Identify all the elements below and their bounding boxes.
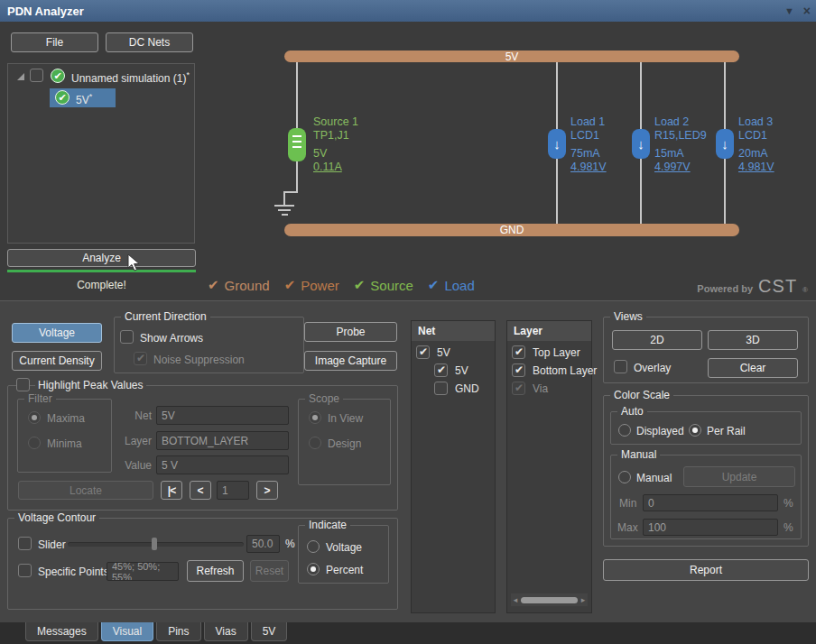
pdn-analyzer-window: PDN Analyzer ▼ × File DC Nets ✔ Unnamed … <box>0 0 816 644</box>
manual-radio[interactable] <box>618 471 631 483</box>
load2-icon[interactable]: ↓ <box>632 129 650 159</box>
scroll-right-icon[interactable]: ▸ <box>579 595 588 604</box>
title-bar: PDN Analyzer ▼ × <box>0 0 816 22</box>
minima-radio <box>28 437 41 449</box>
top-layer-label: Top Layer <box>533 346 580 359</box>
view-3d-button[interactable]: 3D <box>708 330 798 350</box>
maxima-label: Maxima <box>47 412 85 425</box>
refresh-button[interactable]: Refresh <box>187 560 244 582</box>
current-density-mode-button[interactable]: Current Density <box>12 351 102 371</box>
tab-pins[interactable]: Pins <box>156 622 200 641</box>
min-unit-label: % <box>784 497 793 510</box>
net-node-label[interactable]: 5V* <box>76 92 92 106</box>
analyze-button[interactable]: Analyze <box>7 249 196 267</box>
tab-5v[interactable]: 5V <box>251 622 288 641</box>
noise-suppression-label: Noise Suppression <box>153 354 245 366</box>
clear-button[interactable]: Clear <box>708 358 798 378</box>
displayed-label: Displayed <box>636 425 684 437</box>
close-icon[interactable]: × <box>803 4 811 18</box>
tree-expander-icon[interactable] <box>17 73 24 80</box>
load2-info[interactable]: Load 2 R15,LED9 15mA 4.997V <box>654 115 707 174</box>
indicate-percent-radio[interactable] <box>307 563 320 575</box>
specific-points-checkbox[interactable] <box>18 564 32 577</box>
indicate-percent-label: Percent <box>326 564 363 576</box>
indicate-voltage-radio[interactable] <box>307 540 320 553</box>
simulation-tree: ✔ Unnamed simulation (1)* ✔ 5V* <box>7 63 195 244</box>
scroll-left-icon[interactable]: ◂ <box>511 595 520 604</box>
net-5v-child-checkbox[interactable] <box>434 363 448 377</box>
net-gnd-checkbox[interactable] <box>434 382 448 395</box>
in-view-radio <box>309 411 321 424</box>
layer-field: BOTTOM_LAYER <box>156 431 289 450</box>
filter-group: Filter <box>17 399 112 473</box>
layer-panel-scrollbar[interactable]: ◂ ▸ <box>511 593 588 606</box>
min-label: Min <box>619 497 636 510</box>
slider-label: Slider <box>38 538 66 551</box>
power-rail[interactable]: 5V <box>284 51 739 62</box>
locate-button: Locate <box>18 481 153 500</box>
dc-nets-button[interactable]: DC Nets <box>106 32 193 52</box>
legend-load: ✔Load <box>428 277 475 293</box>
file-button[interactable]: File <box>11 32 98 52</box>
net-node-status-icon: ✔ <box>55 90 70 105</box>
highlight-peak-values-label: Highlight Peak Values <box>35 379 146 391</box>
min-field: 0 <box>643 494 778 511</box>
noise-suppression-checkbox <box>134 352 147 365</box>
net-5v-checkbox[interactable] <box>416 345 430 359</box>
view-2d-button[interactable]: 2D <box>612 330 702 350</box>
via-checkbox <box>512 382 525 395</box>
bottom-layer-checkbox[interactable] <box>512 363 525 377</box>
image-capture-button[interactable]: Image Capture <box>304 351 397 371</box>
slider-value-field: 50.0 <box>246 535 280 553</box>
contour-slider-handle[interactable] <box>152 538 157 550</box>
specific-points-label: Specific Points <box>38 566 109 578</box>
nav-first-button[interactable]: |< <box>161 481 182 500</box>
source-icon[interactable] <box>288 128 306 161</box>
load1-icon[interactable]: ↓ <box>548 129 566 159</box>
design-label: Design <box>328 437 361 450</box>
tab-visual[interactable]: Visual <box>101 622 153 641</box>
analysis-progress-bar <box>7 270 196 272</box>
simulation-label[interactable]: Unnamed simulation (1)* <box>71 70 190 85</box>
net-5v-child-label: 5V <box>455 364 468 377</box>
voltage-mode-button[interactable]: Voltage <box>12 323 102 343</box>
window-menu-icon[interactable]: ▼ <box>784 5 794 16</box>
simulation-checkbox[interactable] <box>30 69 43 82</box>
update-button: Update <box>683 466 795 487</box>
in-view-label: In View <box>328 412 363 425</box>
layer-panel-header: Layer <box>507 321 591 341</box>
top-layer-checkbox[interactable] <box>512 345 525 359</box>
overlay-checkbox[interactable] <box>614 360 627 373</box>
value-field: 5 V <box>156 455 289 474</box>
via-label: Via <box>533 382 548 395</box>
load3-icon[interactable]: ↓ <box>716 129 734 159</box>
load3-info[interactable]: Load 3 LCD1 20mA 4.981V <box>738 115 774 174</box>
per-rail-radio[interactable] <box>689 424 701 437</box>
ground-rail[interactable]: GND <box>284 224 739 236</box>
load1-info[interactable]: Load 1 LCD1 75mA 4.981V <box>570 115 607 174</box>
nav-next-button[interactable]: > <box>256 481 278 500</box>
max-label: Max <box>617 521 638 534</box>
tab-vias[interactable]: Vias <box>204 622 248 641</box>
slider-checkbox[interactable] <box>18 537 32 550</box>
legend-ground: ✔Ground <box>208 277 270 293</box>
net-panel: Net <box>411 320 496 613</box>
indicate-voltage-label: Voltage <box>326 541 362 554</box>
probe-button[interactable]: Probe <box>304 322 397 342</box>
nav-prev-button[interactable]: < <box>190 481 211 500</box>
scrollbar-thumb[interactable] <box>521 597 578 603</box>
net-panel-header: Net <box>412 321 495 341</box>
check-icon: ✔ <box>354 277 366 293</box>
displayed-radio[interactable] <box>618 424 631 437</box>
report-button[interactable]: Report <box>603 559 809 581</box>
peak-index-field[interactable]: 1 <box>217 481 249 500</box>
highlight-peak-values-checkbox[interactable] <box>16 378 30 391</box>
bottom-tab-bar: Messages Visual Pins Vias 5V <box>0 622 816 644</box>
value-field-label: Value <box>122 459 152 472</box>
show-arrows-checkbox[interactable] <box>120 330 134 344</box>
check-icon: ✔ <box>428 277 440 293</box>
source-info[interactable]: Source 1 TP1,J1 5V 0.11A <box>313 115 358 174</box>
layer-field-label: Layer <box>122 435 152 447</box>
tab-messages[interactable]: Messages <box>25 622 98 641</box>
minima-label: Minima <box>47 437 82 450</box>
